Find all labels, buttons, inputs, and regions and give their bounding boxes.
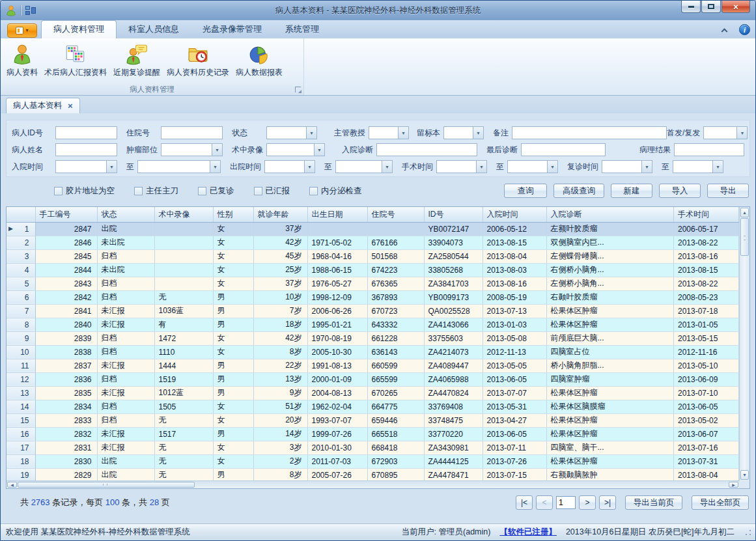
form-input-0-1[interactable] xyxy=(161,127,222,139)
grid-row-5[interactable]: 52843归档女37岁1976-05-27676365ZA38417032013… xyxy=(7,277,739,290)
maximize-button[interactable] xyxy=(701,1,721,13)
grid-col-header-1[interactable]: 手工编号 xyxy=(35,207,97,222)
form-input-2-7[interactable] xyxy=(673,161,712,173)
action-button-2[interactable]: 新建 xyxy=(611,184,652,198)
checkbox-icon[interactable] xyxy=(254,187,262,195)
grid-row-6[interactable]: 62842归档无男10岁1998-12-09367893YB0099173200… xyxy=(7,290,739,304)
form-input-0-3[interactable] xyxy=(369,127,398,139)
row-indicator[interactable]: 8 xyxy=(7,318,35,331)
row-indicator[interactable]: 16 xyxy=(7,427,35,441)
close-button[interactable]: × xyxy=(721,1,750,13)
row-indicator[interactable]: 19 xyxy=(7,468,35,482)
collapse-ribbon-button[interactable] xyxy=(718,27,730,32)
page-last-button[interactable]: >| xyxy=(599,495,616,510)
grid-col-header-2[interactable]: 状态 xyxy=(97,207,154,222)
resize-grip[interactable] xyxy=(745,529,751,536)
form-input-1-1[interactable] xyxy=(161,144,212,156)
filter-checkbox-0[interactable]: 胶片地址为空 xyxy=(54,186,115,197)
horizontal-scroll-track[interactable] xyxy=(18,481,728,488)
filter-checkbox-1[interactable]: 主任主刀 xyxy=(134,186,178,197)
row-indicator[interactable]: ▶1 xyxy=(7,222,35,236)
vertical-scroll-thumb[interactable] xyxy=(740,218,749,256)
grid-col-header-4[interactable]: 性别 xyxy=(213,207,253,222)
row-indicator[interactable]: 3 xyxy=(7,249,35,263)
page-first-button[interactable]: |< xyxy=(516,495,533,510)
export-all-pages-button[interactable]: 导出全部页 xyxy=(692,495,749,510)
filter-checkbox-2[interactable]: 已复诊 xyxy=(198,186,234,197)
horizontal-scroll-thumb[interactable] xyxy=(18,482,195,488)
grid-row-16[interactable]: 162832未汇报1517男14岁1999-07-266655183377022… xyxy=(7,427,739,441)
dropdown-arrow-icon[interactable]: ▼ xyxy=(736,127,747,139)
scroll-down-icon[interactable]: ▼ xyxy=(740,470,749,480)
ribbon-button-2[interactable]: 近期复诊提醒 xyxy=(110,40,163,80)
form-input-2-0[interactable] xyxy=(56,161,106,173)
row-indicator[interactable]: 13 xyxy=(7,386,35,400)
vertical-scrollbar[interactable]: ▲ ▼ xyxy=(739,207,749,480)
ribbon-button-0[interactable]: 病人资料 xyxy=(3,40,41,80)
grid-col-header-5[interactable]: 就诊年龄 xyxy=(253,207,307,222)
page-number-input[interactable] xyxy=(556,496,576,509)
doc-tab[interactable]: 病人基本资料 × xyxy=(6,98,80,113)
grid-row-1[interactable]: ▶12847出院女37岁YB00721472006-05-12左额叶胶质瘤200… xyxy=(7,222,739,236)
grid-row-7[interactable]: 72841未汇报1036蓝男7岁2006-06-26670723QA002552… xyxy=(7,304,739,318)
row-indicator[interactable]: 14 xyxy=(7,400,35,413)
form-input-2-4[interactable] xyxy=(437,161,476,173)
form-input-1-4[interactable] xyxy=(522,144,605,156)
dropdown-arrow-icon[interactable]: ▼ xyxy=(212,144,222,156)
form-input-1-3[interactable] xyxy=(377,144,477,156)
app-menu-button[interactable]: ▾ xyxy=(7,23,37,38)
grid-row-8[interactable]: 82840未汇报有男18岁1995-01-21643332ZA414306620… xyxy=(7,318,739,331)
scroll-up-icon[interactable]: ▲ xyxy=(740,208,749,217)
dropdown-arrow-icon[interactable]: ▼ xyxy=(476,161,486,173)
row-indicator[interactable]: 15 xyxy=(7,413,35,427)
grid-row-19[interactable]: 192829出院无男8岁2005-07-26670895ZA4478471201… xyxy=(7,468,739,482)
form-input-2-3[interactable] xyxy=(336,161,382,173)
ribbon-button-1[interactable]: 术后病人汇报资料 xyxy=(41,40,110,80)
doc-tab-close-icon[interactable]: × xyxy=(68,102,73,110)
export-current-page-button[interactable]: 导出当前页 xyxy=(625,495,682,510)
grid-col-header-11[interactable]: 手术时间 xyxy=(674,207,739,222)
dropdown-arrow-icon[interactable]: ▼ xyxy=(106,161,117,173)
form-input-0-2[interactable] xyxy=(267,127,306,139)
dropdown-arrow-icon[interactable]: ▼ xyxy=(382,161,392,173)
form-input-0-6[interactable] xyxy=(704,127,736,139)
action-button-1[interactable]: 高级查询 xyxy=(553,184,604,198)
grid-row-14[interactable]: 142834归档1505女51岁1962-02-0466477533769408… xyxy=(7,400,739,413)
grid-row-9[interactable]: 92839归档1472女42岁1970-08-19661228337556032… xyxy=(7,331,739,345)
form-input-1-2[interactable] xyxy=(267,144,314,156)
grid-col-header-10[interactable]: 入院诊断 xyxy=(546,207,674,222)
dropdown-arrow-icon[interactable]: ▼ xyxy=(641,161,652,173)
grid-row-18[interactable]: 182830出院无女2岁2011-07-03672903ZA4444125201… xyxy=(7,454,739,468)
filter-checkbox-3[interactable]: 已汇报 xyxy=(254,186,290,197)
page-prev-button[interactable]: < xyxy=(536,495,553,510)
app-icon[interactable] xyxy=(5,5,17,16)
row-indicator[interactable]: 11 xyxy=(7,359,35,372)
grid-col-header-6[interactable]: 出生日期 xyxy=(307,207,367,222)
row-indicator[interactable]: 9 xyxy=(7,331,35,345)
row-indicator[interactable]: 12 xyxy=(7,372,35,386)
grid-row-4[interactable]: 42844未出院女25岁1988-06-15674223338052682013… xyxy=(7,263,739,277)
dropdown-arrow-icon[interactable]: ▼ xyxy=(398,127,408,139)
checkbox-icon[interactable] xyxy=(198,187,206,195)
page-next-button[interactable]: > xyxy=(579,495,596,510)
scroll-left-icon[interactable]: ◀ xyxy=(7,482,17,488)
form-input-0-4[interactable] xyxy=(444,127,473,139)
form-input-2-5[interactable] xyxy=(508,161,547,173)
grid-col-header-3[interactable]: 术中录像 xyxy=(154,207,213,222)
checkbox-icon[interactable] xyxy=(134,187,143,195)
row-indicator[interactable]: 4 xyxy=(7,263,35,277)
dropdown-arrow-icon[interactable]: ▼ xyxy=(210,161,220,173)
grid-row-15[interactable]: 152833归档无女20岁1993-07-0765944633748475201… xyxy=(7,413,739,427)
ribbon-tab-1[interactable]: 科室人员信息 xyxy=(117,21,191,38)
form-input-2-2[interactable] xyxy=(265,161,304,173)
registered-link[interactable]: 【软件已注册】 xyxy=(499,527,557,538)
checkbox-icon[interactable] xyxy=(54,187,63,195)
grid-row-2[interactable]: 22846未出院女42岁1971-05-02676166339040732013… xyxy=(7,236,739,249)
grid-col-header-7[interactable]: 住院号 xyxy=(367,207,424,222)
info-icon[interactable]: i xyxy=(739,24,750,35)
ribbon-tab-2[interactable]: 光盘录像带管理 xyxy=(191,21,273,38)
row-indicator[interactable]: 5 xyxy=(7,277,35,290)
dropdown-arrow-icon[interactable]: ▼ xyxy=(547,161,557,173)
horizontal-scrollbar[interactable]: ◀ ▶ xyxy=(7,480,739,488)
row-indicator[interactable]: 7 xyxy=(7,304,35,318)
